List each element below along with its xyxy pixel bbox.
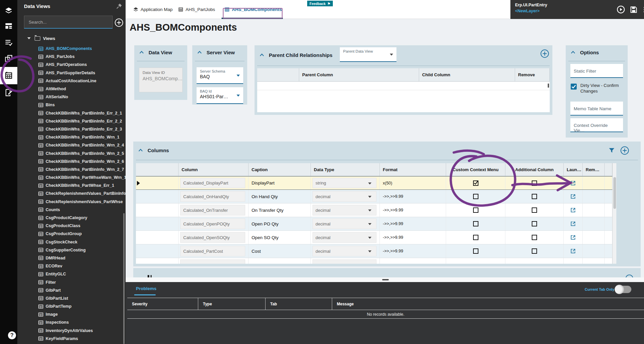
columns-header-caption[interactable]: Caption — [249, 163, 311, 176]
sidebar-item-EntityGLC[interactable]: EntityGLC — [17, 270, 126, 278]
layout-icon[interactable] — [0, 17, 17, 35]
columns-header-format[interactable]: Format — [380, 163, 446, 176]
context-override-input[interactable]: Context Override Vie… — [570, 118, 623, 132]
sidebar-item-CsgProductCategory[interactable]: CsgProductCategory — [17, 214, 126, 222]
launch-icon[interactable] — [570, 193, 576, 199]
sidebar-item-CheckKBBinWhs_PartBinInfo_Wrn_2_5[interactable]: CheckKBBinWhs_PartBinInfo_Wrn_2_5 — [17, 149, 126, 157]
save-icon[interactable] — [629, 5, 638, 14]
format-cell[interactable]: ->>,>>9.99 — [380, 221, 403, 226]
format-cell[interactable]: ->>,>>9.99 — [380, 208, 403, 212]
sidebar-item-GlbPart[interactable]: GlbPart — [17, 286, 126, 294]
sidebar-item-CheckKBBinWhs_PartBinInfo_Wrn_1[interactable]: CheckKBBinWhs_PartBinInfo_Wrn_1 — [17, 133, 126, 141]
column-name-cell[interactable]: Calculated_PartCost — [180, 246, 245, 256]
caption-cell[interactable]: On Hand Qty — [249, 194, 278, 199]
sidebar-item-AHS_PartJobs[interactable]: AHS_PartJobs — [17, 53, 126, 61]
format-cell[interactable]: x(50) — [380, 181, 392, 185]
sidebar-item-CheckKBBinWhs_PartWhse_Err_1[interactable]: CheckKBBinWhs_PartWhse_Err_1 — [17, 181, 126, 189]
sidebar-item-InventoryDynAttrValues[interactable]: InventoryDynAttrValues — [17, 327, 126, 335]
custom-context-menu-checkbox[interactable] — [473, 180, 478, 186]
sidebar-item-CheckKBBinWhs_PartBinInfo_Wrn_2_6[interactable]: CheckKBBinWhs_PartBinInfo_Wrn_2_6 — [17, 158, 126, 166]
sidebar-item-GlbPartList[interactable]: GlbPartList — [17, 294, 126, 302]
app-map-icon[interactable] — [0, 2, 17, 19]
sidebar-item-Bins[interactable]: Bins — [17, 101, 126, 109]
columns-header-remove[interactable]: Rem… — [583, 163, 605, 176]
data-type-dropdown[interactable]: decimal — [313, 232, 376, 243]
data-views-icon[interactable] — [0, 67, 17, 84]
collapse-chevron-icon[interactable] — [139, 51, 144, 54]
columns-header-custom-context-menu[interactable]: Custom Context Menu — [446, 163, 505, 176]
column-row-partial[interactable] — [136, 258, 612, 264]
tab-ahs-partjobs[interactable]: AHS_PartJobs — [178, 0, 215, 19]
sidebar-item-CsgProductClass[interactable]: CsgProductClass — [17, 222, 126, 230]
sidebar-item-ActualCostAllocationLine[interactable]: ActualCostAllocationLine — [17, 77, 126, 85]
collapse-chevron-icon[interactable] — [138, 149, 143, 152]
grid-scrollbar[interactable] — [612, 163, 616, 264]
memo-table-name-input[interactable]: Memo Table Name — [570, 102, 623, 116]
sidebar-item-AltSerialNo[interactable]: AltSerialNo — [17, 93, 126, 101]
column-row-Calculated_OnHandQty[interactable]: Calculated_OnHandQtyOn Hand Qtydecimal->… — [136, 190, 612, 203]
custom-context-menu-checkbox[interactable] — [473, 207, 478, 213]
column-name-cell[interactable]: Calculated_OpenPOQty — [180, 218, 245, 229]
sidebar-item-ECORev[interactable]: ECORev — [17, 262, 126, 270]
additional-column-checkbox[interactable] — [532, 180, 537, 186]
sidebar-item-Inspections[interactable]: Inspections — [17, 318, 126, 326]
column-row-Calculated_OpenPOQty[interactable]: Calculated_OpenPOQtyOpen PO Qtydecimal->… — [136, 217, 612, 231]
sidebar-item-CsgProductGroup[interactable]: CsgProductGroup — [17, 230, 126, 238]
sidebar-item-AHS_PartSupplierDetails[interactable]: AHS_PartSupplierDetails — [17, 69, 126, 77]
sidebar-item-CheckReplenishmentValues_PartBinInfo[interactable]: CheckReplenishmentValues_PartBinInfo — [17, 189, 126, 197]
help-icon[interactable]: ? — [8, 331, 16, 339]
dirty-view-checkbox[interactable]: Dirty View - Confirm Changes — [570, 83, 624, 94]
sidebar-item-DMRHead[interactable]: DMRHead — [17, 254, 126, 262]
sidebar-item-CheckKBBinWhs_PartBinInfo_Err_2_3[interactable]: CheckKBBinWhs_PartBinInfo_Err_2_3 — [17, 125, 126, 133]
sidebar-item-CheckKBBinWhs_PartWhseWarn_Wrn_1[interactable]: CheckKBBinWhs_PartWhseWarn_Wrn_1 — [17, 173, 126, 181]
data-type-dropdown[interactable]: decimal — [313, 191, 376, 202]
column-name-cell[interactable]: Calculated_OnTransfer — [180, 205, 245, 215]
custom-context-menu-checkbox[interactable] — [473, 248, 478, 254]
additional-column-checkbox[interactable] — [532, 194, 537, 199]
sidebar-item-CheckKBBinWhs_PartBinInfo_Wrn_2_4[interactable]: CheckKBBinWhs_PartBinInfo_Wrn_2_4 — [17, 141, 126, 149]
sidebar-item-CheckKBBinWhs_PartBinInfo_Err_2_2[interactable]: CheckKBBinWhs_PartBinInfo_Err_2_2 — [17, 117, 126, 125]
sidebar-item-Image[interactable]: Image — [17, 310, 126, 318]
server-schema-dropdown[interactable]: Server Schema BAQ — [197, 67, 243, 84]
add-data-view-button[interactable] — [115, 18, 123, 27]
scrollbar[interactable] — [548, 84, 549, 88]
preview-play-icon[interactable] — [616, 5, 625, 14]
sidebar-item-AHS_PartOperations[interactable]: AHS_PartOperations — [17, 61, 126, 69]
dock-resize-handle[interactable] — [126, 277, 644, 282]
columns-header-additional-column[interactable]: Additional Column — [505, 163, 564, 176]
data-type-dropdown[interactable]: decimal — [313, 205, 376, 215]
sidebar-item-Filter[interactable]: Filter — [17, 278, 126, 286]
column-row-Calculated_OpenSOQty[interactable]: Calculated_OpenSOQtyOpen SO Qtydecimal->… — [136, 231, 612, 244]
column-row-Calculated_PartCost[interactable]: Calculated_PartCostCostdecimal->>,>>9.99 — [136, 244, 612, 258]
column-row-Calculated_DisplayPart[interactable]: Calculated_DisplayPartDisplayPartstringx… — [136, 176, 612, 190]
format-cell[interactable]: ->>,>>9.99 — [380, 235, 403, 240]
layer-link[interactable]: <NewLayer> — [515, 9, 540, 13]
feedback-badge[interactable]: Feedback⚑ — [307, 1, 333, 6]
add-column-icon[interactable] — [620, 146, 629, 155]
column-name-cell[interactable]: Calculated_OpenSOQty — [180, 232, 245, 243]
caption-cell[interactable]: Cost — [249, 249, 261, 254]
additional-column-checkbox[interactable] — [532, 221, 537, 226]
sidebar-item-CsgStockCheck[interactable]: CsgStockCheck — [17, 238, 126, 246]
search-input[interactable]: Search... — [24, 16, 113, 29]
column-name-cell[interactable]: Calculated_OnHandQty — [180, 191, 245, 202]
additional-column-checkbox[interactable] — [532, 248, 537, 254]
sidebar-item-KeyFieldParams[interactable]: KeyFieldParams — [17, 335, 126, 343]
columns-header-launch[interactable]: Laun… — [564, 163, 583, 176]
custom-context-menu-checkbox[interactable] — [473, 221, 478, 226]
column-row-Calculated_OnTransfer[interactable]: Calculated_OnTransferOn Transfer Qtydeci… — [136, 203, 612, 217]
data-type-dropdown[interactable]: decimal — [313, 246, 376, 256]
collapse-chevron-icon[interactable] — [571, 51, 575, 54]
additional-column-checkbox[interactable] — [532, 207, 537, 213]
custom-context-menu-checkbox[interactable] — [473, 194, 478, 199]
sidebar-item-Counts[interactable]: Counts — [17, 206, 126, 214]
screens-icon[interactable] — [0, 50, 17, 67]
sidebar-item-GlbPartTemp[interactable]: GlbPartTemp — [17, 302, 126, 310]
launch-icon[interactable] — [570, 248, 576, 254]
sidebar-scrollbar[interactable] — [123, 213, 125, 344]
filter-icon[interactable] — [609, 148, 615, 154]
launch-icon[interactable] — [570, 221, 576, 227]
pin-icon[interactable] — [116, 3, 123, 10]
sidebar-item-CheckKBBinWhs_PartBinInfo_Err_2_1[interactable]: CheckKBBinWhs_PartBinInfo_Err_2_1 — [17, 109, 126, 117]
data-type-dropdown[interactable]: decimal — [313, 218, 376, 229]
